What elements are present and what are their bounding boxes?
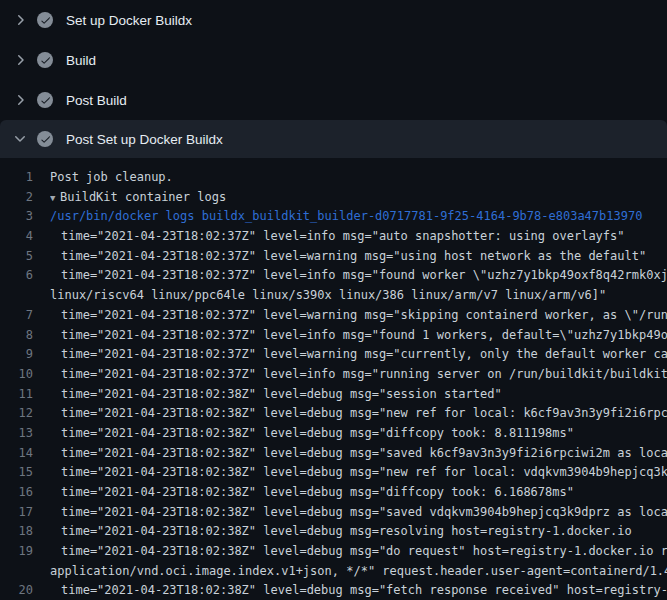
log-line: application/vnd.oci.image.index.v1+json,… <box>0 562 667 582</box>
log-line-text: time="2021-04-23T18:02:37Z" level=warnin… <box>61 306 667 326</box>
step-section-label: Post Build <box>66 93 127 108</box>
log-line: 8 time="2021-04-23T18:02:37Z" level=info… <box>0 326 667 346</box>
group-title: BuildKit container logs <box>60 190 226 204</box>
log-line: 7 time="2021-04-23T18:02:37Z" level=warn… <box>0 306 667 326</box>
chevron-right-icon[interactable] <box>12 92 28 108</box>
log-line-text: time="2021-04-23T18:02:38Z" level=debug … <box>61 483 667 503</box>
log-line-number[interactable]: 3 <box>0 207 33 227</box>
log-line-number[interactable]: 13 <box>0 424 33 444</box>
log-line-text: time="2021-04-23T18:02:38Z" level=debug … <box>61 463 667 483</box>
success-check-icon <box>37 52 53 68</box>
step-section-set-up-docker-buildx[interactable]: Set up Docker Buildx <box>0 0 667 40</box>
log-line-text: time="2021-04-23T18:02:38Z" level=debug … <box>61 404 667 424</box>
log-line-text: /usr/bin/docker logs buildx_buildkit_bui… <box>50 207 667 227</box>
log-line-number <box>0 286 33 306</box>
log-line-number[interactable]: 4 <box>0 227 33 247</box>
log-line-text: time="2021-04-23T18:02:38Z" level=debug … <box>61 424 667 444</box>
log-line: 17 time="2021-04-23T18:02:38Z" level=deb… <box>0 503 667 523</box>
log-line: 15 time="2021-04-23T18:02:38Z" level=deb… <box>0 463 667 483</box>
step-section-label: Set up Docker Buildx <box>66 13 192 28</box>
log-line: 20 time="2021-04-23T18:02:38Z" level=deb… <box>0 581 667 600</box>
step-section-build[interactable]: Build <box>0 40 667 80</box>
log-line: 18 time="2021-04-23T18:02:38Z" level=deb… <box>0 522 667 542</box>
step-list: Set up Docker Buildx Build Post Build Po… <box>0 0 667 158</box>
log-line: 6 time="2021-04-23T18:02:37Z" level=info… <box>0 266 667 286</box>
log-line-text: time="2021-04-23T18:02:37Z" level=info m… <box>61 266 667 286</box>
log-line-number[interactable]: 7 <box>0 306 33 326</box>
log-line-text: time="2021-04-23T18:02:38Z" level=debug … <box>61 444 667 464</box>
log-line-number[interactable]: 15 <box>0 463 33 483</box>
log-line: 9 time="2021-04-23T18:02:37Z" level=warn… <box>0 345 667 365</box>
log-line: 12 time="2021-04-23T18:02:38Z" level=deb… <box>0 404 667 424</box>
step-section-label: Build <box>66 53 96 68</box>
log-line-text: time="2021-04-23T18:02:37Z" level=info m… <box>61 365 667 385</box>
log-line-number[interactable]: 12 <box>0 404 33 424</box>
log-line-number[interactable]: 19 <box>0 542 33 562</box>
log-line: 1 Post job cleanup. <box>0 168 667 188</box>
log-line-number[interactable]: 11 <box>0 385 33 405</box>
log-line-text: time="2021-04-23T18:02:38Z" level=debug … <box>61 542 667 562</box>
log-line: 5 time="2021-04-23T18:02:37Z" level=warn… <box>0 247 667 267</box>
success-check-icon <box>37 131 53 147</box>
log-line: 10 time="2021-04-23T18:02:37Z" level=inf… <box>0 365 667 385</box>
log-line: 11 time="2021-04-23T18:02:38Z" level=deb… <box>0 385 667 405</box>
log-line: linux/riscv64 linux/ppc64le linux/s390x … <box>0 286 667 306</box>
step-section-label: Post Set up Docker Buildx <box>66 132 223 147</box>
log-line-text: ▼BuildKit container logs <box>50 188 667 208</box>
chevron-right-icon[interactable] <box>12 12 28 28</box>
log-line-number[interactable]: 10 <box>0 365 33 385</box>
log-line-number[interactable]: 18 <box>0 522 33 542</box>
log-line-number[interactable]: 6 <box>0 266 33 286</box>
log-line-number[interactable]: 9 <box>0 345 33 365</box>
log-view: 1 Post job cleanup. 2 ▼BuildKit containe… <box>0 158 667 600</box>
log-line: 4 time="2021-04-23T18:02:37Z" level=info… <box>0 227 667 247</box>
log-line-number[interactable]: 20 <box>0 581 33 600</box>
log-line: 14 time="2021-04-23T18:02:38Z" level=deb… <box>0 444 667 464</box>
log-line: 2 ▼BuildKit container logs <box>0 188 667 208</box>
log-line-text: Post job cleanup. <box>50 168 667 188</box>
group-collapse-triangle-icon[interactable]: ▼ <box>50 189 60 208</box>
log-line-number[interactable]: 8 <box>0 326 33 346</box>
log-line-text: time="2021-04-23T18:02:37Z" level=info m… <box>61 326 667 346</box>
log-line: 3 /usr/bin/docker logs buildx_buildkit_b… <box>0 207 667 227</box>
log-line-text: time="2021-04-23T18:02:38Z" level=debug … <box>61 581 667 600</box>
step-section-post-build[interactable]: Post Build <box>0 80 667 120</box>
log-line-text: application/vnd.oci.image.index.v1+json,… <box>50 562 667 582</box>
log-line-text: time="2021-04-23T18:02:37Z" level=warnin… <box>61 247 667 267</box>
log-line-text: time="2021-04-23T18:02:38Z" level=debug … <box>61 522 667 542</box>
log-line-text: time="2021-04-23T18:02:38Z" level=debug … <box>61 503 667 523</box>
log-line-text: time="2021-04-23T18:02:37Z" level=warnin… <box>61 345 667 365</box>
log-line: 13 time="2021-04-23T18:02:38Z" level=deb… <box>0 424 667 444</box>
step-section-post-set-up-docker-buildx[interactable]: Post Set up Docker Buildx <box>0 120 667 158</box>
log-line-text: time="2021-04-23T18:02:37Z" level=info m… <box>61 227 667 247</box>
log-line-number[interactable]: 17 <box>0 503 33 523</box>
success-check-icon <box>37 92 53 108</box>
success-check-icon <box>37 12 53 28</box>
chevron-right-icon[interactable] <box>12 52 28 68</box>
log-line-number[interactable]: 5 <box>0 247 33 267</box>
log-line-number[interactable]: 16 <box>0 483 33 503</box>
log-line-number[interactable]: 1 <box>0 168 33 188</box>
log-line-text: linux/riscv64 linux/ppc64le linux/s390x … <box>50 286 667 306</box>
log-line-number[interactable]: 14 <box>0 444 33 464</box>
log-line: 16 time="2021-04-23T18:02:38Z" level=deb… <box>0 483 667 503</box>
log-line-number[interactable]: 2 <box>0 188 33 208</box>
log-line-text: time="2021-04-23T18:02:38Z" level=debug … <box>61 385 667 405</box>
chevron-down-icon[interactable] <box>12 131 28 147</box>
log-line-number <box>0 562 33 582</box>
log-line: 19 time="2021-04-23T18:02:38Z" level=deb… <box>0 542 667 562</box>
